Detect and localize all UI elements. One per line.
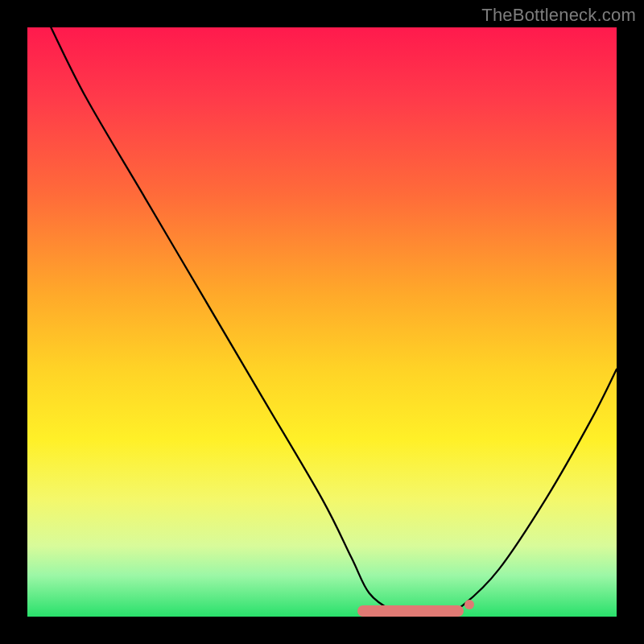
- optimal-range-marker: [357, 605, 464, 617]
- bottleneck-curve: [27, 27, 617, 617]
- curve-path: [51, 27, 617, 617]
- watermark-text: TheBottleneck.com: [481, 5, 636, 26]
- plot-area: [27, 27, 617, 617]
- chart-frame: TheBottleneck.com: [0, 0, 644, 644]
